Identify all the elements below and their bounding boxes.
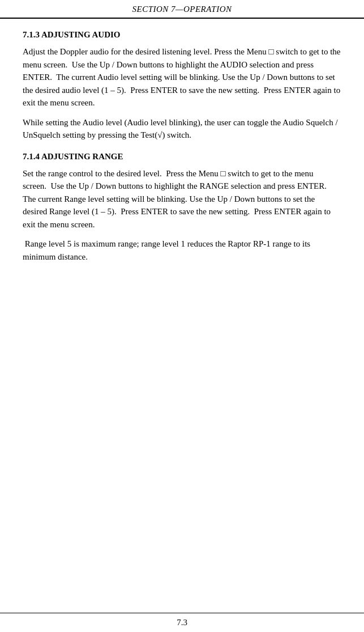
section-713: 7.1.3 ADJUSTING AUDIO Adjust the Doppler… [23, 30, 341, 142]
page-header: SECTION 7—OPERATION [0, 0, 364, 19]
page-number: 7.3 [177, 618, 187, 627]
section-714-title-text: 7.1.4 ADJUSTING RANGE [23, 152, 123, 161]
section-713-title-text: 7.1.3 ADJUSTING AUDIO [23, 30, 121, 39]
page-footer: 7.3 [0, 613, 364, 632]
page-container: SECTION 7—OPERATION 7.1.3 ADJUSTING AUDI… [0, 0, 364, 632]
section-714: 7.1.4 ADJUSTING RANGE Set the range cont… [23, 152, 341, 264]
section-713-title: 7.1.3 ADJUSTING AUDIO [23, 30, 341, 40]
page-spacer [0, 448, 364, 613]
section-713-para1: Adjust the Doppler audio for the desired… [23, 45, 341, 109]
page-content: 7.1.3 ADJUSTING AUDIO Adjust the Doppler… [0, 19, 364, 448]
section-714-para1: Set the range control to the desired lev… [23, 167, 341, 231]
section-713-para2: While setting the Audio level (Audio lev… [23, 116, 341, 142]
header-text: SECTION 7—OPERATION [132, 5, 232, 14]
section-714-title: 7.1.4 ADJUSTING RANGE [23, 152, 341, 162]
section-714-para2: Range level 5 is maximum range; range le… [23, 237, 341, 263]
section-713-title-rest: UDIO [98, 30, 120, 39]
